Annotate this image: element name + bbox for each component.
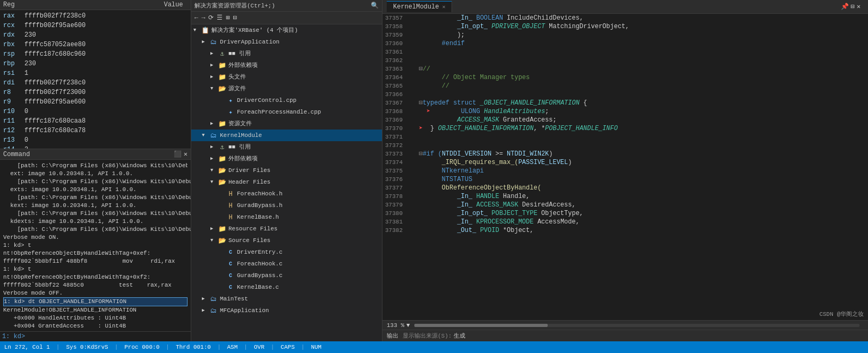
line-number: 37369 [382, 116, 409, 124]
line-number: 37373 [382, 150, 409, 158]
expand-arrow: ▼ [210, 236, 218, 245]
cmd-line: +0x000 HandleAttributes : Uint4B [3, 314, 188, 322]
tree-item-driverfiles[interactable]: ▼ 📂 Driver Files [191, 165, 382, 176]
tab-close-icon[interactable]: ✕ [442, 4, 445, 10]
editor-close-icon[interactable]: ✕ [857, 3, 861, 11]
cpp-icon: ✦ [226, 108, 235, 116]
solution-search[interactable]: 🔍 [371, 2, 379, 10]
code-line-37360: 37360 #endif [382, 39, 868, 48]
tree-item-headers1[interactable]: ▶ 📁 头文件 [191, 71, 382, 83]
tree-item-kernelmodule[interactable]: ▼ 🗂 KernelModule [191, 130, 382, 141]
tree-item-kernelbase-h[interactable]: H KernelBase.h [191, 211, 382, 223]
project-icon: 🗂 [209, 131, 218, 140]
tree-item-extdeps1[interactable]: ▶ 📁 外部依赖项 [191, 59, 382, 71]
cmd-line: 1: kd> t [3, 265, 188, 273]
tree-item-foreachhook-c[interactable]: C ForeachHook.c [191, 258, 382, 270]
toolbar-icon-expand[interactable]: ⊞ [225, 13, 231, 23]
tree-item-resources1[interactable]: ▶ 📁 资源文件 [191, 118, 382, 130]
command-title: Command [3, 151, 30, 158]
tree-label: GuradBypass.c [237, 271, 283, 280]
tree-label: Source Files [228, 236, 270, 245]
editor-tab-kernelmodule[interactable]: KernelModule ✕ [387, 1, 452, 12]
tree-item-driverentry-c[interactable]: C DriverEntry.c [191, 246, 382, 258]
expand-arrow: ▶ [202, 306, 209, 315]
c-icon: C [226, 248, 235, 256]
tree-item-foreachhook-h[interactable]: H ForeachHook.h [191, 188, 382, 200]
command-input[interactable] [27, 333, 189, 340]
toolbar-icon-back[interactable]: ← [193, 13, 199, 23]
toolbar-icon-forward[interactable]: → [200, 13, 206, 23]
command-header: Command ⬛ ✕ [0, 149, 191, 160]
search-icon[interactable]: 🔍 [371, 2, 379, 10]
cpp-icon: ✦ [226, 96, 235, 105]
folder-icon: 📂 [218, 236, 226, 245]
folder-icon: 📁 [218, 73, 226, 81]
tree-item-kernelbase-c[interactable]: C KernelBase.c [191, 281, 382, 293]
tree-item-ref2[interactable]: ▶ ⚓ ■■ 引用 [191, 141, 382, 153]
tree-item-driverapplication[interactable]: ▶ 🗂 DriverApplication [191, 36, 382, 48]
tree-item-foreachprocess[interactable]: ✦ ForeachProcessHandle.cpp [191, 106, 382, 118]
cmd-line: nt!ObpReferenceObjectByHandleWithTag+0xf… [3, 273, 188, 281]
code-line-37359: 37359 ); [382, 31, 868, 39]
cmd-line: [path: C:\Program Files (x86)\Windows Ki… [3, 210, 188, 218]
line-content: _In_ ACCESS_MASK DesiredAccess, [409, 201, 868, 209]
tree-label: ForeachHook.c [237, 259, 283, 269]
project-icon: 🗂 [209, 38, 218, 46]
reg-row: rspffffc187c680c960 [2, 49, 189, 59]
tree-label: 外部依赖项 [228, 154, 258, 163]
solution-tree: ▼ 📋 解决方案'XRBase' (4 个项目) ▶ 🗂 DriverAppli… [191, 24, 382, 341]
reg-name: r9 [3, 98, 24, 106]
line-number: 37374 [382, 158, 409, 167]
expand-arrow: ▼ [210, 177, 218, 187]
folder-icon: 📁 [218, 154, 226, 163]
line-content: ⊟// [409, 65, 868, 73]
toolbar-icon-collapse[interactable]: ⊟ [232, 13, 238, 23]
zoom-down-icon[interactable]: ▼ [406, 322, 410, 329]
tree-item-extdeps2[interactable]: ▶ 📁 外部依赖项 [191, 153, 382, 165]
close-icon[interactable]: ✕ [184, 150, 188, 158]
tree-label: Header Files [228, 177, 270, 187]
code-line-37372: 37372 [382, 141, 868, 150]
reg-value: ffffb002f95ae600 [24, 21, 86, 30]
reg-value: ffffc187c680c960 [24, 50, 86, 58]
toolbar-icon-filter[interactable]: ☰ [216, 13, 224, 23]
expand-arrow: ▶ [210, 49, 218, 58]
tree-item-resourcefiles2[interactable]: ▶ 📁 Resource Files [191, 223, 382, 235]
line-number: 37378 [382, 192, 409, 201]
tree-item-sources1[interactable]: ▼ 📂 源文件 [191, 83, 382, 94]
reg-value: ffffc587052aee80 [24, 40, 86, 49]
tree-item-drivercontrol[interactable]: ✦ DriverControl.cpp [191, 94, 382, 106]
tree-item-sourcefiles2[interactable]: ▼ 📂 Source Files [191, 235, 382, 246]
tree-item-maintest[interactable]: ▶ 🗂 MainTest [191, 293, 382, 305]
terminal-icon[interactable]: ⬛ [174, 150, 182, 158]
tree-item-headerfiles[interactable]: ▼ 📂 Header Files [191, 176, 382, 188]
command-icons: ⬛ ✕ [174, 150, 188, 158]
tree-item-guaradbypass-h[interactable]: H GuradBypass.h [191, 200, 382, 211]
solution-toolbar: ← → ⟳ ☰ ⊞ ⊟ [191, 12, 382, 24]
code-line-37369: 37369 ACCESS_MASK GrantedAccess; [382, 116, 868, 124]
reg-value: ffffc187c680ca78 [24, 126, 86, 135]
editor-code-area[interactable]: 37357 _In_ BOOLEAN IncludeChildDevices, … [382, 14, 868, 320]
status-num: NUM [311, 344, 321, 350]
tree-label: DriverControl.cpp [237, 96, 296, 105]
reg-name: rdx [3, 31, 24, 39]
tree-item-mfcapplication[interactable]: ▶ 🗂 MFCApplication [191, 305, 382, 316]
line-number: 37363 [382, 65, 409, 73]
status-ovr: OVR [254, 344, 265, 350]
tree-item-solution[interactable]: ▼ 📋 解决方案'XRBase' (4 个项目) [191, 24, 382, 36]
editor-split-icon[interactable]: ⊟ [851, 3, 855, 11]
folder-icon: 📂 [218, 178, 226, 186]
toolbar-icon-sync[interactable]: ⟳ [207, 13, 215, 23]
line-content: _In_opt_ PDRIVER_OBJECT MatchingDriverOb… [409, 22, 868, 31]
cmd-highlighted-line: 1: kd> dt OBJECT_HANDLE_INFORMATION [3, 297, 188, 306]
tree-label: 头文件 [228, 72, 246, 82]
reg-row: r8ffffb002f7f23000 [2, 88, 189, 97]
output-bar: 输出 显示输出来源(S): 生成 [382, 330, 868, 341]
tree-item-ref1[interactable]: ▶ ⚓ ■■ 引用 [191, 48, 382, 59]
tree-label: ForeachHook.h [237, 189, 283, 199]
reg-name: rax [3, 12, 24, 20]
reg-value: 0 [24, 107, 28, 116]
editor-pin-icon[interactable]: 📌 [841, 3, 849, 11]
tree-item-guaradbypass-c[interactable]: C GuradBypass.c [191, 270, 382, 281]
editor-tabs: KernelModule ✕ 📌 ⊟ ✕ [382, 0, 868, 14]
